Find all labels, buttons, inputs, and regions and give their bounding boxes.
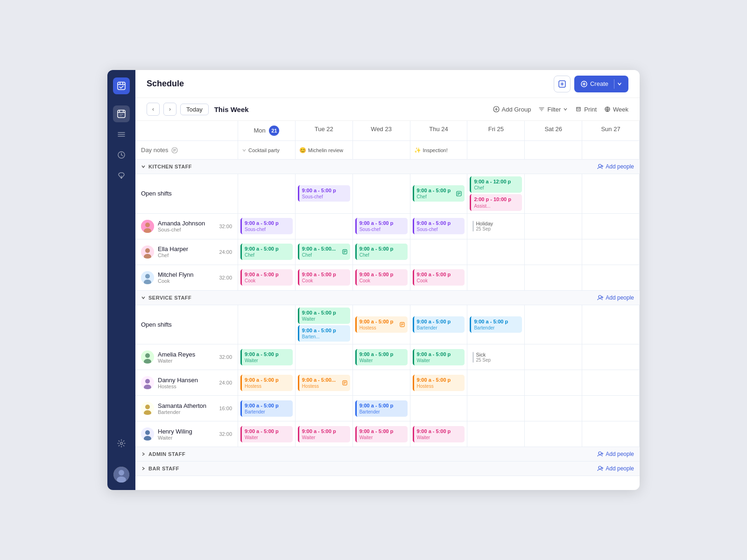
day-notes-fri[interactable] [467,141,525,159]
shift-amelia-wed[interactable]: 9:00 a - 5:00 pWaiter [353,344,410,370]
day-notes-wed[interactable] [353,141,410,159]
shift-block[interactable]: 9:00 a - 5:00 pSous-chef [355,218,408,234]
staff-row-amanda: Amanda Johnson Sous-chef 32:00 9:00 a - … [135,214,640,239]
svg-point-52 [145,248,150,253]
shift-mitchel-wed[interactable]: 9:00 a - 5:00 pCook [353,265,410,290]
shift-henry-tue[interactable]: 9:00 a - 5:00 pWaiter [296,421,353,447]
service-open-shift-wed[interactable]: 9:00 a - 5:00 pHostess [353,305,410,344]
day-notes-sat[interactable] [525,141,582,159]
sidebar-item-leaves[interactable] [113,167,130,184]
shift-amelia-thu[interactable]: 9:00 a - 5:00 pWaiter [410,344,468,370]
bar-add-people-button[interactable]: Add people [597,465,634,472]
shift-henry-wed[interactable]: 9:00 a - 5:00 pWaiter [353,421,410,447]
service-open-shift-thu[interactable]: 9:00 a - 5:00 pBartender [410,305,468,344]
day-notes-mon[interactable]: Cocktail party [238,141,296,159]
shift-samanta-wed[interactable]: 9:00 a - 5:00 pBartender [353,396,410,421]
shift-mitchel-mon[interactable]: 9:00 a - 5:00 pCook [238,265,296,290]
shift-block[interactable]: 9:00 a - 5:00...Chef [298,244,350,260]
export-button[interactable] [554,76,571,92]
shift-block[interactable]: 9:00 a - 5:00 pWaiter [413,426,465,442]
shift-danny-tue[interactable]: 9:00 a - 5:00...Hostess [296,370,353,395]
day-notes-text: Day notes [141,147,169,154]
shift-amanda-thu[interactable]: 9:00 a - 5:00 pSous-chef [410,214,468,239]
day-notes-sun[interactable] [582,141,640,159]
shift-block[interactable]: 9:00 a - 5:00 p Sous-chef [298,185,350,202]
shift-block[interactable]: 2:00 p - 10:00 p Assist... [470,194,522,210]
shift-block[interactable]: 9:00 a - 5:00 pBartender [240,400,293,417]
shift-block[interactable]: 9:00 a - 5:00...Hostess [298,375,350,391]
shift-block[interactable]: 9:00 a - 5:00 pWaiter [240,349,293,365]
shift-block[interactable]: 9:00 a - 5:00 pBartender [413,316,465,333]
service-open-shift-fri[interactable]: 9:00 a - 5:00 pBartender [467,305,525,344]
view-selector[interactable]: Week [604,106,628,113]
service-open-shift-sun [582,305,640,344]
shift-block[interactable]: 9:00 a - 5:00 pCook [413,269,465,286]
shift-block[interactable]: 9:00 a - 5:00 pHostess [413,375,465,391]
shift-block[interactable]: 9:00 a - 5:00 pBartender [470,316,522,333]
service-add-people-button[interactable]: Add people [597,294,634,301]
avatar-danny [141,376,154,389]
today-button[interactable]: Today [180,104,209,115]
shift-block[interactable]: 9:00 a - 5:00 pChef [240,244,293,260]
kitchen-open-shift-fri[interactable]: 9:00 a - 12:00 p Chef 2:00 p - 10:00 p A… [467,174,525,213]
shift-block[interactable]: 9:00 a - 12:00 p Chef [470,176,522,193]
shift-block[interactable]: 9:00 a - 5:00 pCook [298,269,350,286]
admin-section-title[interactable]: ADMIN STAFF [141,451,597,457]
service-open-shift-tue[interactable]: 9:00 a - 5:00 pWaiter 9:00 a - 5:00 pBar… [296,305,353,344]
shift-block[interactable]: 9:00 a - 5:00 pChef [355,244,408,260]
shift-block[interactable]: 9:00 a - 5:00 pSous-chef [413,218,465,234]
shift-block[interactable]: 9:00 a - 5:00 pHostess [355,316,408,333]
kitchen-open-shift-thu[interactable]: 9:00 a - 5:00 p Chef [410,174,468,213]
shift-amelia-tue [296,344,353,370]
sidebar-item-settings[interactable] [113,435,130,452]
user-avatar[interactable] [113,467,129,483]
shift-ella-mon[interactable]: 9:00 a - 5:00 pChef [238,239,296,265]
shift-danny-mon[interactable]: 9:00 a - 5:00 pHostess [238,370,296,395]
shift-mitchel-thu[interactable]: 9:00 a - 5:00 pCook [410,265,468,290]
shift-block[interactable]: 9:00 a - 5:00 pWaiter [298,308,350,324]
shift-ella-sun [582,239,640,265]
shift-block[interactable]: 9:00 a - 5:00 pCook [355,269,408,286]
kitchen-add-people-button[interactable]: Add people [597,163,634,170]
shift-amanda-mon[interactable]: 9:00 a - 5:00 pSous-chef [238,214,296,239]
kitchen-section-title[interactable]: KITCHEN STAFF [141,164,597,169]
shift-amelia-fri[interactable]: Sick25 Sep [467,344,525,370]
shift-samanta-mon[interactable]: 9:00 a - 5:00 pBartender [238,396,296,421]
shift-block[interactable]: 9:00 a - 5:00 pCook [240,269,293,286]
shift-block[interactable]: 9:00 a - 5:00 pBartender [355,400,408,417]
shift-amanda-wed[interactable]: 9:00 a - 5:00 pSous-chef [353,214,410,239]
shift-henry-mon[interactable]: 9:00 a - 5:00 pWaiter [238,421,296,447]
shift-amelia-mon[interactable]: 9:00 a - 5:00 pWaiter [238,344,296,370]
shift-henry-thu[interactable]: 9:00 a - 5:00 pWaiter [410,421,468,447]
create-button[interactable]: Create [574,76,628,92]
sidebar-item-list[interactable] [113,126,130,143]
admin-add-people-button[interactable]: Add people [597,451,634,457]
shift-ella-tue[interactable]: 9:00 a - 5:00...Chef [296,239,353,265]
print-button[interactable]: Print [575,106,597,113]
shift-block[interactable]: 9:00 a - 5:00 pWaiter [355,349,408,365]
kitchen-open-shift-tue[interactable]: 9:00 a - 5:00 p Sous-chef [296,174,353,213]
sidebar-item-schedule[interactable] [113,105,130,122]
bar-section-title[interactable]: BAR STAFF [141,466,597,471]
shift-block[interactable]: 9:00 a - 5:00 pSous-chef [240,218,293,234]
sidebar-item-time[interactable] [113,147,130,163]
shift-block[interactable]: 9:00 a - 5:00 pWaiter [355,426,408,442]
shift-block[interactable]: 9:00 a - 5:00 pHostess [240,375,293,391]
shift-mitchel-tue[interactable]: 9:00 a - 5:00 pCook [296,265,353,290]
add-group-button[interactable]: Add Group [493,106,531,113]
next-week-button[interactable]: › [163,103,176,116]
shift-block[interactable]: 9:00 a - 5:00 pBarten... [298,325,350,342]
filter-button[interactable]: Filter [538,106,568,113]
day-notes-thu[interactable]: ✨ Inspection! [410,141,468,159]
service-section-title[interactable]: SERVICE STAFF [141,295,597,301]
shift-amanda-fri[interactable]: Holiday25 Sep [467,214,525,239]
day-notes-tue[interactable]: 😊 Michelin review [296,141,353,159]
shift-danny-thu[interactable]: 9:00 a - 5:00 pHostess [410,370,468,395]
shift-block[interactable]: 9:00 a - 5:00 pWaiter [240,426,293,442]
shift-block[interactable]: 9:00 a - 5:00 pWaiter [298,426,350,442]
shift-block[interactable]: 9:00 a - 5:00 p Chef [413,185,465,202]
add-group-label: Add Group [502,106,531,113]
prev-week-button[interactable]: ‹ [147,103,160,116]
shift-ella-wed[interactable]: 9:00 a - 5:00 pChef [353,239,410,265]
shift-block[interactable]: 9:00 a - 5:00 pWaiter [413,349,465,365]
